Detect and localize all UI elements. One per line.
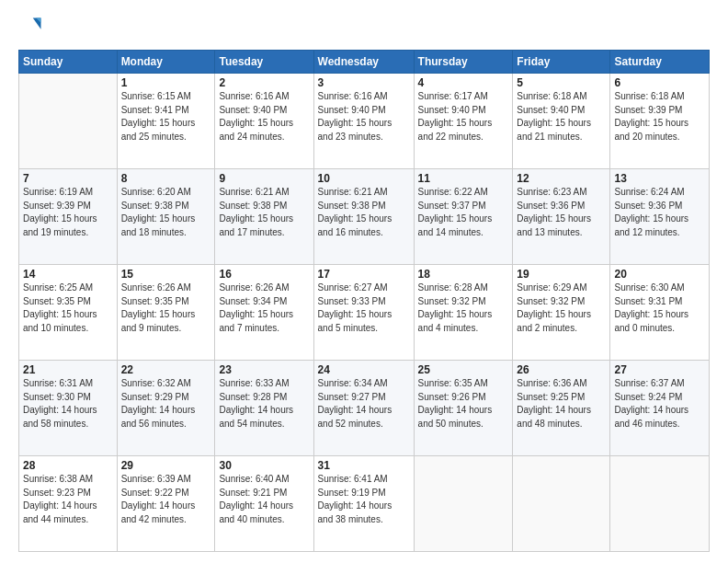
day-number: 23 bbox=[219, 363, 309, 376]
day-detail: Sunrise: 6:19 AM Sunset: 9:39 PM Dayligh… bbox=[23, 186, 113, 239]
calendar-cell: 20Sunrise: 6:30 AM Sunset: 9:31 PM Dayli… bbox=[610, 265, 710, 361]
calendar-cell: 29Sunrise: 6:39 AM Sunset: 9:22 PM Dayli… bbox=[117, 456, 215, 552]
day-number: 26 bbox=[517, 363, 606, 376]
day-number: 22 bbox=[121, 363, 211, 376]
day-number: 16 bbox=[219, 268, 309, 281]
calendar-cell: 2Sunrise: 6:16 AM Sunset: 9:40 PM Daylig… bbox=[215, 74, 313, 169]
day-number: 11 bbox=[418, 172, 509, 185]
weekday-header: Friday bbox=[513, 51, 610, 74]
calendar-cell bbox=[610, 456, 710, 552]
logo bbox=[18, 15, 48, 40]
calendar-cell: 24Sunrise: 6:34 AM Sunset: 9:27 PM Dayli… bbox=[313, 361, 414, 456]
calendar-week-row: 21Sunrise: 6:31 AM Sunset: 9:30 PM Dayli… bbox=[19, 361, 710, 456]
day-detail: Sunrise: 6:17 AM Sunset: 9:40 PM Dayligh… bbox=[418, 90, 509, 144]
day-number: 28 bbox=[23, 459, 113, 472]
calendar-cell: 7Sunrise: 6:19 AM Sunset: 9:39 PM Daylig… bbox=[19, 169, 118, 265]
weekday-header: Saturday bbox=[610, 51, 710, 74]
calendar-cell: 10Sunrise: 6:21 AM Sunset: 9:38 PM Dayli… bbox=[313, 169, 414, 265]
calendar-cell: 8Sunrise: 6:20 AM Sunset: 9:38 PM Daylig… bbox=[117, 169, 215, 265]
day-number: 10 bbox=[318, 172, 410, 185]
day-detail: Sunrise: 6:31 AM Sunset: 9:30 PM Dayligh… bbox=[23, 377, 113, 431]
day-number: 3 bbox=[318, 76, 410, 89]
calendar-body: 1Sunrise: 6:15 AM Sunset: 9:41 PM Daylig… bbox=[19, 74, 710, 552]
calendar-cell: 13Sunrise: 6:24 AM Sunset: 9:36 PM Dayli… bbox=[610, 169, 710, 265]
day-detail: Sunrise: 6:26 AM Sunset: 9:34 PM Dayligh… bbox=[219, 282, 309, 335]
day-detail: Sunrise: 6:21 AM Sunset: 9:38 PM Dayligh… bbox=[318, 186, 410, 239]
calendar-header: SundayMondayTuesdayWednesdayThursdayFrid… bbox=[19, 51, 710, 74]
calendar-week-row: 14Sunrise: 6:25 AM Sunset: 9:35 PM Dayli… bbox=[19, 265, 710, 361]
day-number: 29 bbox=[121, 459, 211, 472]
calendar-cell: 25Sunrise: 6:35 AM Sunset: 9:26 PM Dayli… bbox=[414, 361, 513, 456]
weekday-header: Tuesday bbox=[215, 51, 313, 74]
day-number: 2 bbox=[219, 76, 309, 89]
calendar-week-row: 28Sunrise: 6:38 AM Sunset: 9:23 PM Dayli… bbox=[19, 456, 710, 552]
day-detail: Sunrise: 6:35 AM Sunset: 9:26 PM Dayligh… bbox=[418, 377, 509, 431]
day-detail: Sunrise: 6:27 AM Sunset: 9:33 PM Dayligh… bbox=[318, 282, 410, 335]
calendar-cell: 9Sunrise: 6:21 AM Sunset: 9:38 PM Daylig… bbox=[215, 169, 313, 265]
calendar-cell: 15Sunrise: 6:26 AM Sunset: 9:35 PM Dayli… bbox=[117, 265, 215, 361]
calendar-cell: 30Sunrise: 6:40 AM Sunset: 9:21 PM Dayli… bbox=[215, 456, 313, 552]
day-detail: Sunrise: 6:40 AM Sunset: 9:21 PM Dayligh… bbox=[219, 473, 309, 526]
day-detail: Sunrise: 6:24 AM Sunset: 9:36 PM Dayligh… bbox=[614, 186, 705, 239]
weekday-header: Wednesday bbox=[313, 51, 414, 74]
day-detail: Sunrise: 6:21 AM Sunset: 9:38 PM Dayligh… bbox=[219, 186, 309, 239]
calendar-cell: 1Sunrise: 6:15 AM Sunset: 9:41 PM Daylig… bbox=[117, 74, 215, 169]
day-number: 27 bbox=[614, 363, 705, 376]
weekday-header: Thursday bbox=[414, 51, 513, 74]
header bbox=[18, 15, 710, 40]
day-number: 24 bbox=[318, 363, 410, 376]
day-detail: Sunrise: 6:18 AM Sunset: 9:39 PM Dayligh… bbox=[614, 90, 705, 144]
day-number: 8 bbox=[121, 172, 211, 185]
day-detail: Sunrise: 6:18 AM Sunset: 9:40 PM Dayligh… bbox=[517, 90, 606, 144]
day-number: 13 bbox=[614, 172, 705, 185]
day-detail: Sunrise: 6:41 AM Sunset: 9:19 PM Dayligh… bbox=[318, 473, 410, 526]
day-number: 30 bbox=[219, 459, 309, 472]
calendar-cell: 5Sunrise: 6:18 AM Sunset: 9:40 PM Daylig… bbox=[513, 74, 610, 169]
day-detail: Sunrise: 6:33 AM Sunset: 9:28 PM Dayligh… bbox=[219, 377, 309, 431]
calendar-cell: 14Sunrise: 6:25 AM Sunset: 9:35 PM Dayli… bbox=[19, 265, 118, 361]
day-number: 14 bbox=[23, 268, 113, 281]
day-detail: Sunrise: 6:37 AM Sunset: 9:24 PM Dayligh… bbox=[614, 377, 705, 431]
calendar-cell: 17Sunrise: 6:27 AM Sunset: 9:33 PM Dayli… bbox=[313, 265, 414, 361]
day-detail: Sunrise: 6:15 AM Sunset: 9:41 PM Dayligh… bbox=[121, 90, 211, 144]
day-number: 1 bbox=[121, 76, 211, 89]
day-detail: Sunrise: 6:26 AM Sunset: 9:35 PM Dayligh… bbox=[121, 282, 211, 335]
day-number: 31 bbox=[318, 459, 410, 472]
calendar-cell: 12Sunrise: 6:23 AM Sunset: 9:36 PM Dayli… bbox=[513, 169, 610, 265]
day-number: 17 bbox=[318, 268, 410, 281]
day-number: 5 bbox=[517, 76, 606, 89]
calendar-cell: 11Sunrise: 6:22 AM Sunset: 9:37 PM Dayli… bbox=[414, 169, 513, 265]
calendar-cell: 23Sunrise: 6:33 AM Sunset: 9:28 PM Dayli… bbox=[215, 361, 313, 456]
calendar-cell: 22Sunrise: 6:32 AM Sunset: 9:29 PM Dayli… bbox=[117, 361, 215, 456]
day-detail: Sunrise: 6:39 AM Sunset: 9:22 PM Dayligh… bbox=[121, 473, 211, 526]
day-detail: Sunrise: 6:36 AM Sunset: 9:25 PM Dayligh… bbox=[517, 377, 606, 431]
calendar-table: SundayMondayTuesdayWednesdayThursdayFrid… bbox=[18, 50, 710, 552]
day-detail: Sunrise: 6:16 AM Sunset: 9:40 PM Dayligh… bbox=[318, 90, 410, 144]
day-number: 6 bbox=[614, 76, 705, 89]
day-number: 7 bbox=[23, 172, 113, 185]
calendar-week-row: 7Sunrise: 6:19 AM Sunset: 9:39 PM Daylig… bbox=[19, 169, 710, 265]
calendar-cell: 31Sunrise: 6:41 AM Sunset: 9:19 PM Dayli… bbox=[313, 456, 414, 552]
calendar-cell: 28Sunrise: 6:38 AM Sunset: 9:23 PM Dayli… bbox=[19, 456, 118, 552]
day-detail: Sunrise: 6:22 AM Sunset: 9:37 PM Dayligh… bbox=[418, 186, 509, 239]
weekday-header: Sunday bbox=[19, 51, 118, 74]
calendar-cell bbox=[414, 456, 513, 552]
day-detail: Sunrise: 6:29 AM Sunset: 9:32 PM Dayligh… bbox=[517, 282, 606, 335]
day-detail: Sunrise: 6:28 AM Sunset: 9:32 PM Dayligh… bbox=[418, 282, 509, 335]
calendar-cell: 19Sunrise: 6:29 AM Sunset: 9:32 PM Dayli… bbox=[513, 265, 610, 361]
calendar-cell: 3Sunrise: 6:16 AM Sunset: 9:40 PM Daylig… bbox=[313, 74, 414, 169]
calendar-cell: 18Sunrise: 6:28 AM Sunset: 9:32 PM Dayli… bbox=[414, 265, 513, 361]
page: SundayMondayTuesdayWednesdayThursdayFrid… bbox=[0, 0, 728, 563]
day-detail: Sunrise: 6:38 AM Sunset: 9:23 PM Dayligh… bbox=[23, 473, 113, 526]
logo-icon bbox=[18, 15, 44, 40]
calendar-week-row: 1Sunrise: 6:15 AM Sunset: 9:41 PM Daylig… bbox=[19, 74, 710, 169]
day-number: 4 bbox=[418, 76, 509, 89]
calendar-cell: 21Sunrise: 6:31 AM Sunset: 9:30 PM Dayli… bbox=[19, 361, 118, 456]
weekday-header: Monday bbox=[117, 51, 215, 74]
calendar-cell bbox=[513, 456, 610, 552]
day-number: 15 bbox=[121, 268, 211, 281]
day-detail: Sunrise: 6:23 AM Sunset: 9:36 PM Dayligh… bbox=[517, 186, 606, 239]
calendar-cell: 27Sunrise: 6:37 AM Sunset: 9:24 PM Dayli… bbox=[610, 361, 710, 456]
day-detail: Sunrise: 6:34 AM Sunset: 9:27 PM Dayligh… bbox=[318, 377, 410, 431]
calendar-cell: 4Sunrise: 6:17 AM Sunset: 9:40 PM Daylig… bbox=[414, 74, 513, 169]
